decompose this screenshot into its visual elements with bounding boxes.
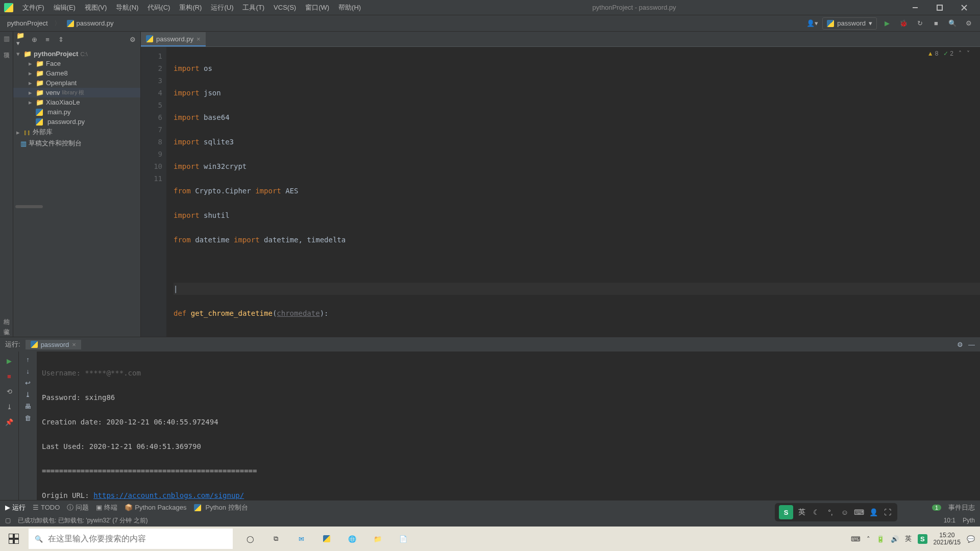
tree-root[interactable]: pythonProject bbox=[34, 50, 78, 58]
softwrap-button[interactable]: ↩ bbox=[25, 379, 31, 387]
stop-button[interactable]: ■ bbox=[930, 17, 942, 30]
bottom-tab-terminal[interactable]: ▣ 终端 bbox=[96, 503, 117, 512]
menu-window[interactable]: 窗口(W) bbox=[301, 1, 333, 14]
project-settings-button[interactable]: ⚙ bbox=[128, 35, 137, 44]
ime-punct-icon[interactable]: °, bbox=[825, 507, 836, 518]
tree-item-game8[interactable]: Game8 bbox=[46, 69, 68, 77]
tray-ime-icon[interactable]: 英 bbox=[905, 534, 912, 543]
print-button[interactable]: 🖶 bbox=[24, 403, 31, 410]
menu-help[interactable]: 帮助(H) bbox=[334, 1, 365, 14]
tree-item-openplant[interactable]: Openplant bbox=[46, 79, 77, 87]
restart-button[interactable]: ⟲ bbox=[4, 386, 14, 396]
menu-code[interactable]: 代码(C) bbox=[143, 1, 174, 14]
coverage-button[interactable]: ↻ bbox=[914, 17, 926, 30]
taskbar-notepad-icon[interactable]: 📄 bbox=[396, 532, 410, 546]
bottom-tab-eventlog[interactable]: 事件日志 bbox=[948, 503, 975, 512]
origin-url-link[interactable]: https://account.cnblogs.com/signup/ bbox=[93, 491, 244, 499]
project-select-dropdown[interactable]: 📁▾ bbox=[16, 35, 26, 44]
window-minimize-button[interactable] bbox=[903, 1, 927, 15]
taskbar-cortana-icon[interactable]: ⧉ bbox=[268, 532, 283, 546]
structure-stripe-label[interactable]: 结构 bbox=[1, 309, 12, 319]
bottom-tab-pyconsole[interactable]: Python 控制台 bbox=[194, 503, 248, 512]
project-stripe-label[interactable]: 项目 bbox=[1, 42, 12, 53]
favorites-stripe-label[interactable]: 收藏 bbox=[1, 319, 12, 329]
menu-file[interactable]: 文件(F) bbox=[18, 1, 48, 14]
inspection-chevron-up-icon[interactable]: ˄ bbox=[959, 50, 962, 57]
editor-tab-password[interactable]: password.py × bbox=[141, 32, 206, 46]
rerun-button[interactable]: ▶ bbox=[4, 356, 14, 366]
run-panel-tab[interactable]: password × bbox=[26, 340, 81, 349]
breadcrumb-file[interactable]: password.py bbox=[65, 18, 116, 29]
bottom-tab-packages[interactable]: 📦 Python Packages bbox=[125, 504, 186, 511]
project-stripe-icon[interactable]: ▥ bbox=[4, 35, 10, 42]
menu-tools[interactable]: 工具(T) bbox=[238, 1, 268, 14]
tree-item-xiaoxiaole[interactable]: XiaoXiaoLe bbox=[46, 98, 80, 106]
taskbar-search-input[interactable] bbox=[48, 534, 227, 543]
clear-button[interactable]: 🗑 bbox=[24, 414, 31, 422]
bottom-tab-todo[interactable]: ☰ TODO bbox=[33, 504, 60, 511]
tray-sogou-icon[interactable]: S bbox=[918, 534, 927, 544]
bottom-tab-run[interactable]: 运行 bbox=[5, 503, 26, 512]
scroll-down-button[interactable]: ↓ bbox=[26, 367, 30, 375]
close-tab-icon[interactable]: × bbox=[197, 35, 201, 43]
run-config-combo[interactable]: password ▾ bbox=[822, 17, 877, 30]
tree-external-libs[interactable]: 外部库 bbox=[33, 128, 53, 137]
windows-start-button[interactable] bbox=[0, 527, 28, 551]
taskbar-mail-icon[interactable]: ✉ bbox=[294, 532, 308, 546]
taskbar-search[interactable]: 🔍 bbox=[29, 529, 233, 549]
window-close-button[interactable] bbox=[952, 1, 976, 15]
tray-chevron-up-icon[interactable]: ˄ bbox=[867, 535, 870, 543]
tray-keyboard-icon[interactable]: ⌨ bbox=[851, 535, 861, 543]
statusbar-icon[interactable]: ▢ bbox=[5, 517, 11, 524]
project-tree-scrollbar[interactable] bbox=[15, 205, 43, 208]
run-button[interactable]: ▶ bbox=[881, 17, 893, 30]
ime-user-icon[interactable]: 👤 bbox=[868, 507, 879, 518]
menu-refactor[interactable]: 重构(R) bbox=[175, 1, 206, 14]
taskbar-pycharm-icon[interactable] bbox=[320, 532, 334, 546]
favorites-star-icon[interactable]: ★ bbox=[4, 329, 10, 337]
inspection-warnings[interactable]: 8 bbox=[927, 50, 939, 57]
project-tree[interactable]: ▾📁 pythonProject C:\ ▸📁Face ▸📁Game8 ▸📁Op… bbox=[13, 47, 140, 337]
tray-clock[interactable]: 15:20 2021/6/15 bbox=[934, 532, 961, 546]
ide-settings-button[interactable]: ⚙ bbox=[963, 17, 975, 30]
download-output-button[interactable]: ⤓ bbox=[4, 402, 14, 412]
ime-lang-label[interactable]: 英 bbox=[796, 507, 807, 518]
status-interpreter[interactable]: Pyth bbox=[963, 517, 975, 524]
add-user-icon[interactable]: 👤▾ bbox=[806, 17, 818, 30]
window-maximize-button[interactable] bbox=[928, 1, 951, 15]
scroll-end-button[interactable]: ⤓ bbox=[25, 391, 31, 398]
inspection-passes[interactable]: 2 bbox=[943, 50, 953, 57]
tray-battery-icon[interactable]: 🔋 bbox=[876, 535, 885, 543]
close-run-tab-icon[interactable]: × bbox=[72, 341, 76, 348]
tree-item-passwordpy[interactable]: password.py bbox=[47, 118, 85, 126]
scroll-up-button[interactable]: ↑ bbox=[26, 356, 30, 363]
tree-item-face[interactable]: Face bbox=[46, 60, 61, 67]
ime-smiley-icon[interactable]: ☺ bbox=[839, 507, 850, 518]
code-area[interactable]: import os import json import base64 impo… bbox=[166, 47, 980, 337]
project-expand-button[interactable]: ≡ bbox=[43, 35, 52, 44]
menu-vcs[interactable]: VCS(S) bbox=[270, 2, 300, 13]
ime-keyboard-icon[interactable]: ⌨ bbox=[853, 507, 865, 518]
menu-view[interactable]: 视图(V) bbox=[81, 1, 111, 14]
ime-moon-icon[interactable]: ☾ bbox=[811, 507, 822, 518]
code-editor[interactable]: 123 456 789 1011 import os import json i… bbox=[141, 47, 980, 337]
ime-floating-bar[interactable]: S 英 ☾ °, ☺ ⌨ 👤 ⛶ bbox=[775, 503, 897, 521]
menu-navigate[interactable]: 导航(N) bbox=[112, 1, 142, 14]
tray-volume-icon[interactable]: 🔊 bbox=[891, 535, 899, 543]
taskbar-chrome-icon[interactable]: 🌐 bbox=[345, 532, 359, 546]
pin-button[interactable]: 📌 bbox=[4, 417, 14, 427]
tray-notifications-icon[interactable]: 💬 bbox=[967, 535, 975, 543]
taskview-icon[interactable]: ◯ bbox=[243, 532, 257, 546]
taskbar-explorer-icon[interactable]: 📁 bbox=[371, 532, 385, 546]
menu-edit[interactable]: 编辑(E) bbox=[50, 1, 80, 14]
run-console-output[interactable]: Username: *****@***.com Password: sxing8… bbox=[37, 352, 980, 500]
ime-expand-icon[interactable]: ⛶ bbox=[882, 507, 893, 518]
project-locate-button[interactable]: ⊕ bbox=[30, 35, 39, 44]
breadcrumb-project[interactable]: pythonProject bbox=[5, 18, 50, 28]
tree-scratches[interactable]: 草稿文件和控制台 bbox=[29, 139, 82, 148]
search-everywhere-button[interactable]: 🔍 bbox=[946, 17, 959, 30]
project-collapse-button[interactable]: ⇕ bbox=[56, 35, 65, 44]
debug-button[interactable]: 🐞 bbox=[897, 17, 910, 30]
stop-run-button[interactable]: ■ bbox=[4, 371, 14, 381]
inspection-chevron-down-icon[interactable]: ˅ bbox=[967, 50, 970, 57]
